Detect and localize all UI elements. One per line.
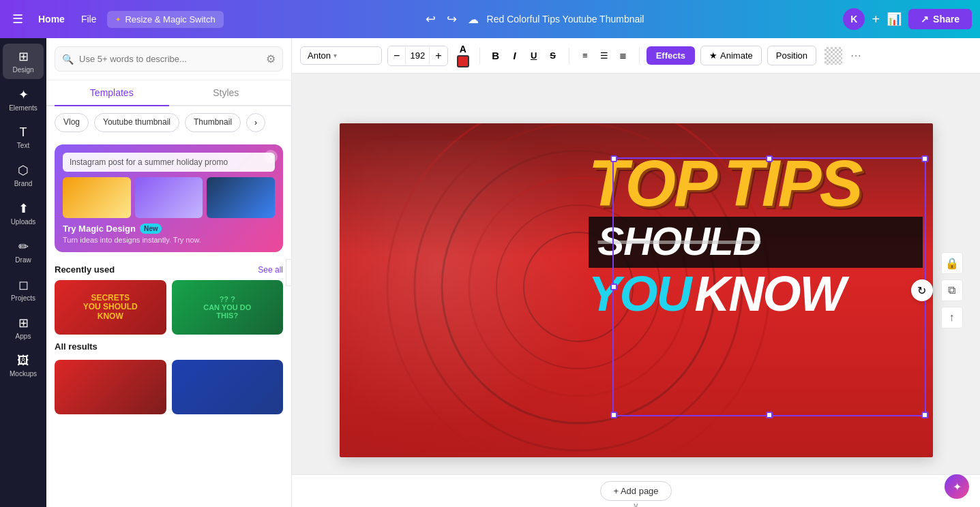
align-center-icon[interactable]: ☰ <box>595 47 613 65</box>
cloud-save-icon[interactable]: ☁ <box>465 10 481 29</box>
canvas-scroll-area[interactable]: TOP TIPS SHOULD YOU KNOW <box>292 74 980 507</box>
icon-sidebar: ⊞ Design ✦ Elements T Text ⬡ Brand ⬆ Upl… <box>0 38 46 507</box>
scroll-chevron: ∨ <box>633 499 639 507</box>
pills-scroll-right-button[interactable]: › <box>246 113 265 132</box>
sidebar-item-mockups[interactable]: 🖼 Mockups <box>3 348 44 383</box>
panel-tabs: Templates Styles <box>46 80 291 106</box>
add-collaborator-button[interactable]: + <box>872 12 880 27</box>
result-card-2[interactable] <box>172 360 284 414</box>
home-nav-link[interactable]: Home <box>33 11 70 27</box>
all-results-grid <box>55 360 283 414</box>
font-size-decrease-button[interactable]: − <box>388 46 405 65</box>
magic-ai-button[interactable]: ✦ <box>945 474 969 499</box>
font-size-value[interactable]: 192 <box>405 47 430 64</box>
elements-icon: ✦ <box>18 87 29 102</box>
panel-scroll-content: Recently used See all SECRETSYOU SHOULDK… <box>46 258 291 507</box>
sidebar-item-projects-label: Projects <box>11 294 35 302</box>
add-page-button[interactable]: + Add page <box>600 481 671 501</box>
filter-icon[interactable]: ⚙ <box>266 52 276 65</box>
more-options-button[interactable]: ⋯ <box>848 46 864 65</box>
recently-used-thumb-2[interactable]: ?? ?CAN YOU DOTHIS? <box>172 280 284 335</box>
resize-magic-switch-button[interactable]: Resize & Magic Switch <box>107 11 223 28</box>
document-title: Red Colorful Tips Youtube Thumbnail <box>487 14 644 25</box>
side-panel: 🔍 ⚙ Templates Styles Vlog Youtube thumbn… <box>46 38 292 507</box>
copy-icon[interactable]: ⧉ <box>941 279 963 301</box>
recently-used-title: Recently used <box>55 264 115 275</box>
thumb-2-text: ?? ?CAN YOU DOTHIS? <box>203 295 251 320</box>
result-card-1[interactable] <box>55 360 166 414</box>
font-dropdown-arrow-icon: ▾ <box>333 52 337 59</box>
share-button[interactable]: ↗ Share <box>908 9 972 29</box>
recently-used-section-header: Recently used See all <box>55 258 283 280</box>
brand-icon: ⬡ <box>18 163 29 178</box>
projects-icon: ◻ <box>18 277 29 292</box>
sidebar-item-design-label: Design <box>12 66 33 74</box>
sidebar-item-apps[interactable]: ⊞ Apps <box>3 310 44 345</box>
grid-color-picker[interactable] <box>825 47 842 65</box>
canvas-background: TOP TIPS SHOULD YOU KNOW <box>340 123 933 457</box>
tab-templates[interactable]: Templates <box>55 80 169 106</box>
add-page-icon[interactable]: ↑ <box>941 307 963 328</box>
undo-button[interactable]: ↩ <box>423 9 439 29</box>
text-tips: TIPS <box>724 154 861 213</box>
user-avatar[interactable]: K <box>843 8 865 30</box>
search-box[interactable]: 🔍 ⚙ <box>55 46 283 72</box>
hide-panel-button[interactable]: ‹ <box>286 259 292 286</box>
redo-button[interactable]: ↪ <box>444 9 460 29</box>
see-all-button[interactable]: See all <box>258 265 283 275</box>
handle-bottom-right[interactable] <box>921 412 928 418</box>
sidebar-item-text[interactable]: T Text <box>3 120 44 155</box>
top-navigation: ☰ Home File Resize & Magic Switch ↩ ↪ ☁ … <box>0 0 980 38</box>
sidebar-item-uploads[interactable]: ⬆ Uploads <box>3 196 44 231</box>
filter-pills-row: Vlog Youtube thumbnail Thumbnail › <box>46 106 291 139</box>
text-color-button[interactable]: A <box>454 46 473 65</box>
recently-used-thumb-1[interactable]: SECRETSYOU SHOULDKNOW <box>55 280 166 335</box>
underline-button[interactable]: U <box>525 47 543 65</box>
pill-thumbnail[interactable]: Thumbnail <box>185 113 241 132</box>
canvas-right-controls: 🔒 ⧉ ↑ <box>941 252 963 328</box>
panel-search-area: 🔍 ⚙ <box>46 38 291 80</box>
bold-button[interactable]: B <box>487 47 505 65</box>
animate-button[interactable]: ★ Animate <box>700 46 762 65</box>
sidebar-item-text-label: Text <box>17 142 29 149</box>
canvas-area: Anton ▾ − 192 + A B I U S <box>292 38 980 507</box>
search-input[interactable] <box>79 54 261 64</box>
hamburger-menu-icon[interactable]: ☰ <box>8 7 27 31</box>
align-left-icon[interactable]: ≡ <box>576 47 594 65</box>
italic-button[interactable]: I <box>506 47 524 65</box>
magic-card-close-button[interactable]: ✕ <box>264 150 278 164</box>
font-family-selector[interactable]: Anton ▾ <box>300 46 382 65</box>
position-button[interactable]: Position <box>767 46 816 65</box>
sidebar-item-draw[interactable]: ✏ Draw <box>3 234 44 269</box>
mockups-icon: 🖼 <box>17 354 29 368</box>
bottom-bar-inner: + Add page ✦ ∨ <box>292 475 980 507</box>
sidebar-item-design[interactable]: ⊞ Design <box>3 44 44 79</box>
color-swatch <box>457 55 469 67</box>
sidebar-item-projects[interactable]: ◻ Projects <box>3 272 44 307</box>
magic-thumb-3 <box>207 177 275 218</box>
text-style-group: B I U S <box>487 47 562 65</box>
design-icon: ⊞ <box>18 49 29 64</box>
magic-card-thumbnails <box>63 177 275 218</box>
sidebar-item-mockups-label: Mockups <box>10 370 37 378</box>
effects-button[interactable]: Effects <box>647 46 695 65</box>
thumb-1-text: SECRETSYOU SHOULDKNOW <box>83 294 138 321</box>
refresh-button[interactable]: ↻ <box>911 279 933 301</box>
lock-icon[interactable]: 🔒 <box>941 252 963 274</box>
text-line-3: YOU KNOW <box>589 269 923 318</box>
sidebar-item-brand[interactable]: ⬡ Brand <box>3 157 44 193</box>
tab-styles[interactable]: Styles <box>169 80 284 106</box>
strikethrough-button[interactable]: S <box>544 47 562 65</box>
font-size-increase-button[interactable]: + <box>430 46 447 65</box>
sidebar-item-elements[interactable]: ✦ Elements <box>3 82 44 117</box>
pill-vlog[interactable]: Vlog <box>55 113 89 132</box>
resize-button-label: Resize & Magic Switch <box>125 14 215 25</box>
pill-youtube-thumbnail[interactable]: Youtube thumbnail <box>94 113 179 132</box>
analytics-icon[interactable]: 📊 <box>887 12 902 27</box>
magic-card-search-text: Instagram post for a summer holiday prom… <box>63 153 275 172</box>
canvas-container: TOP TIPS SHOULD YOU KNOW <box>340 123 933 457</box>
file-nav-link[interactable]: File <box>76 11 102 27</box>
align-right-icon[interactable]: ≣ <box>614 47 632 65</box>
text-should: SHOULD <box>598 219 761 263</box>
sidebar-item-elements-label: Elements <box>9 104 38 112</box>
